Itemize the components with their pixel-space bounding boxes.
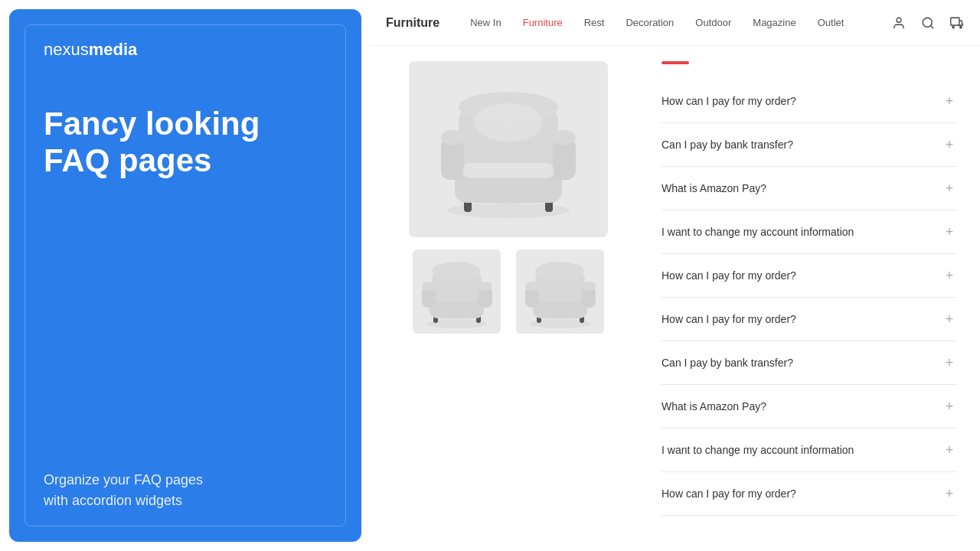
faq-plus-icon-2: + (942, 137, 957, 152)
nav-link-furniture[interactable]: Furniture (523, 17, 563, 28)
nav-links: New In Furniture Rest Decoration Outdoor… (470, 17, 891, 28)
faq-question-8: What is Amazon Pay? (662, 400, 766, 412)
svg-point-5 (960, 26, 962, 28)
svg-point-27 (479, 282, 492, 291)
faq-item-7[interactable]: Can I pay by bank transfer? + (662, 341, 957, 385)
faq-item-5[interactable]: How can I pay for my order? + (662, 254, 957, 298)
faq-area: How can I pay for my order? + Can I pay … (646, 46, 980, 551)
logo-suffix: media (89, 40, 138, 59)
faq-accent (662, 61, 689, 64)
faq-item-4[interactable]: I want to change my account information … (662, 210, 957, 254)
faq-plus-icon-7: + (942, 355, 957, 370)
faq-plus-icon-3: + (942, 181, 957, 196)
left-panel: nexusmedia Fancy lookingFAQ pages Organi… (9, 9, 361, 542)
faq-item-1[interactable]: How can I pay for my order? + (662, 80, 957, 123)
svg-point-0 (897, 18, 901, 22)
faq-plus-icon-5: + (942, 268, 957, 283)
faq-plus-icon-6: + (942, 311, 957, 327)
faq-question-10: How can I pay for my order? (662, 487, 796, 500)
nav-link-rest[interactable]: Rest (584, 17, 605, 28)
right-panel: Furniture New In Furniture Rest Decorati… (371, 0, 980, 551)
logo-prefix: nexus (44, 40, 89, 59)
svg-point-33 (535, 262, 584, 280)
main-content: How can I pay for my order? + Can I pay … (371, 46, 980, 551)
faq-question-9: I want to change my account information (662, 444, 854, 456)
faq-question-7: Can I pay by bank transfer? (662, 357, 793, 369)
faq-question-4: I want to change my account information (662, 226, 854, 238)
navbar: Furniture New In Furniture Rest Decorati… (371, 0, 980, 46)
faq-plus-icon-9: + (942, 442, 957, 458)
product-thumb-1[interactable] (413, 249, 501, 334)
nav-link-outdoor[interactable]: Outdoor (695, 17, 731, 28)
faq-question-6: How can I pay for my order? (662, 313, 796, 325)
svg-rect-16 (462, 163, 554, 178)
faq-question-5: How can I pay for my order? (662, 269, 796, 282)
faq-item-8[interactable]: What is Amazon Pay? + (662, 385, 957, 429)
svg-line-2 (930, 25, 933, 28)
faq-question-1: How can I pay for my order? (662, 95, 796, 107)
faq-item-3[interactable]: What is Amazon Pay? + (662, 167, 957, 210)
product-thumb-2[interactable] (516, 249, 604, 334)
nav-icons (891, 15, 965, 31)
faq-item-10[interactable]: How can I pay for my order? + (662, 472, 957, 516)
faq-item-6[interactable]: How can I pay for my order? + (662, 298, 957, 341)
svg-point-17 (474, 103, 543, 142)
faq-item-9[interactable]: I want to change my account information … (662, 429, 957, 472)
faq-plus-icon-8: + (942, 399, 957, 414)
svg-rect-3 (951, 18, 959, 25)
svg-point-25 (422, 282, 436, 291)
product-thumbs (413, 249, 604, 334)
nav-link-newin[interactable]: New In (470, 17, 501, 28)
nav-brand: Furniture (386, 16, 439, 30)
svg-point-13 (441, 130, 464, 145)
cart-icon[interactable] (949, 15, 965, 31)
faq-item-2[interactable]: Can I pay by bank transfer? + (662, 123, 957, 167)
faq-plus-icon-10: + (942, 486, 957, 501)
svg-point-15 (553, 130, 576, 145)
product-area (371, 46, 646, 551)
svg-point-23 (432, 262, 481, 280)
faq-plus-icon-4: + (942, 224, 957, 240)
product-main-image (409, 61, 608, 237)
nav-link-outlet[interactable]: Outlet (818, 17, 844, 28)
faq-plus-icon-1: + (942, 93, 957, 109)
svg-point-35 (525, 282, 539, 291)
logo: nexusmedia (44, 40, 327, 60)
svg-point-4 (952, 26, 954, 28)
user-icon[interactable] (891, 15, 906, 31)
nav-link-magazine[interactable]: Magazine (753, 17, 795, 28)
faq-question-2: Can I pay by bank transfer? (662, 139, 793, 151)
faq-question-3: What is Amazon Pay? (662, 182, 766, 194)
hero-title: Fancy lookingFAQ pages (44, 106, 327, 180)
svg-point-37 (582, 282, 596, 291)
nav-link-decoration[interactable]: Decoration (626, 17, 674, 28)
subtitle: Organize your FAQ pageswith accordion wi… (44, 470, 327, 511)
search-icon[interactable] (920, 15, 936, 31)
